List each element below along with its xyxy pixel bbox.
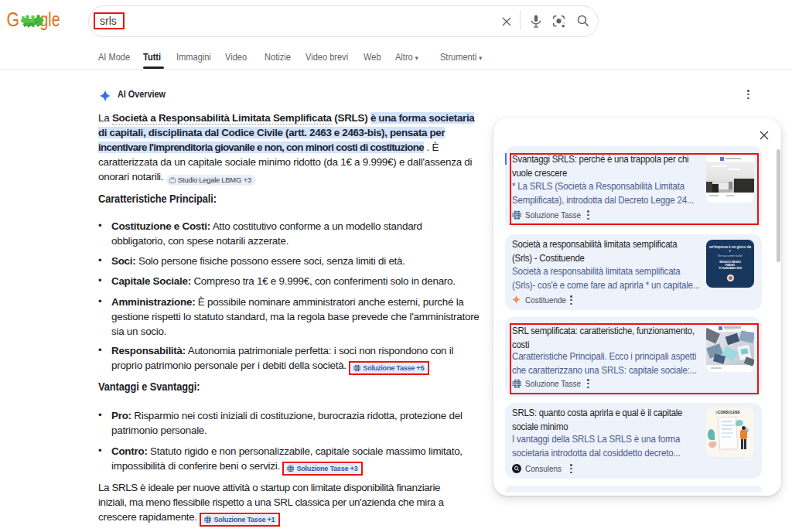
- svg-text:G: G: [7, 9, 20, 30]
